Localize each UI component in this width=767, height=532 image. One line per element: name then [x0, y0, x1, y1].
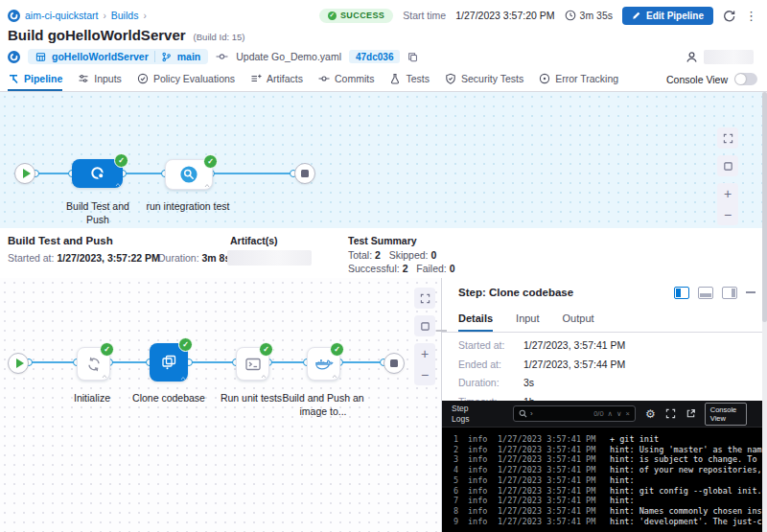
tab-commits[interactable]: Commits: [318, 67, 374, 91]
console-view-label: Console View: [666, 74, 728, 85]
log-settings-gear-icon[interactable]: ⚙: [645, 408, 656, 420]
zoom-in-button[interactable]: +: [724, 187, 732, 200]
expand-glyph-icon: [115, 182, 121, 187]
fullscreen-button[interactable]: [414, 288, 435, 309]
artifacts-icon: [250, 73, 262, 84]
fullscreen-button[interactable]: [717, 127, 738, 149]
log-line: 8info1/27/2023 3:57:41 PMhint: Names com…: [442, 506, 767, 517]
tab-inputs[interactable]: Inputs: [78, 67, 122, 91]
layout-right-split-icon[interactable]: [722, 287, 737, 299]
breadcrumb-builds[interactable]: Builds: [111, 10, 139, 21]
policy-check-icon: [137, 73, 149, 84]
stage-node-label: Build Test and Push: [54, 199, 142, 226]
play-icon: [16, 359, 24, 368]
breadcrumb-project[interactable]: aim-ci-quickstart: [25, 10, 98, 21]
field-row: Duration:3s: [458, 377, 625, 388]
step-node-label: Build and Push an image to...: [279, 391, 367, 418]
search-close-icon[interactable]: ×: [626, 409, 630, 418]
expand-glyph-icon: [204, 183, 210, 188]
tab-label: Policy Evaluations: [153, 73, 235, 84]
tab-input[interactable]: Input: [516, 307, 539, 332]
step-node-run-unit-tests[interactable]: ✓: [236, 347, 269, 381]
step-node-clone-codebase[interactable]: ✓: [150, 343, 188, 382]
layout-bottom-drawer-icon[interactable]: [698, 287, 713, 299]
edit-pipeline-button[interactable]: Edit Pipeline: [622, 7, 713, 25]
commit-sha-chip[interactable]: 47dc036: [349, 50, 400, 63]
zoom-out-button[interactable]: −: [421, 368, 429, 382]
repo-name: goHelloWorldServer: [52, 51, 149, 62]
harness-logo-icon: [8, 10, 20, 22]
success-check-icon: ✓: [100, 342, 114, 357]
scrollbar-thumb[interactable]: [762, 92, 767, 322]
header-row: aim-ci-quickstart › Builds › ✓ SUCCESS S…: [8, 6, 757, 25]
console-view-button[interactable]: Console View: [705, 403, 747, 426]
stage-node-build-test-and-push[interactable]: ✓: [72, 159, 123, 188]
copy-icon[interactable]: [407, 52, 418, 62]
expand-glyph-icon: [261, 374, 267, 379]
log-line: 9info1/27/2023 3:57:41 PMhint: 'developm…: [442, 517, 767, 527]
steps-end-node[interactable]: [384, 353, 405, 374]
stage-node-run-integration-test[interactable]: ✓: [165, 159, 213, 190]
harness-logo-icon: [8, 51, 20, 63]
stage-started-at: Started at: 1/27/2023, 3:57:22 PM: [8, 252, 160, 264]
pipeline-start-node[interactable]: [14, 163, 35, 184]
elapsed-value: 3m 35s: [580, 10, 613, 21]
fit-view-button[interactable]: [717, 155, 738, 176]
tab-artifacts[interactable]: Artifacts: [250, 67, 303, 91]
build-page: aim-ci-quickstart › Builds › ✓ SUCCESS S…: [0, 0, 767, 532]
tab-label: Artifacts: [267, 73, 303, 84]
repo-branch-chip[interactable]: goHelloWorldServer main: [28, 49, 208, 64]
tab-output[interactable]: Output: [563, 307, 594, 332]
tab-tests[interactable]: Tests: [389, 67, 430, 91]
search-icon: [519, 409, 527, 418]
tab-policy-evaluations[interactable]: Policy Evaluations: [137, 67, 235, 91]
layout-right-drawer-icon[interactable]: [674, 287, 689, 299]
tab-label: Tests: [406, 73, 430, 84]
success-check-icon: ✓: [328, 12, 337, 20]
step-node-initialize[interactable]: ✓: [77, 347, 110, 381]
refresh-icon[interactable]: [723, 10, 735, 22]
log-line: 3info1/27/2023 3:57:41 PMhint: is subjec…: [442, 454, 767, 465]
log-search-input[interactable]: › 0/0 ∧ ∨ ×: [513, 405, 636, 422]
search-next-icon[interactable]: ∨: [616, 409, 622, 418]
pipeline-end-node[interactable]: [294, 163, 315, 184]
commit-row: goHelloWorldServer main Update Go_Demo.y…: [8, 48, 757, 65]
steps-start-node[interactable]: [8, 353, 29, 374]
search-prev-icon[interactable]: ∧: [608, 409, 614, 418]
stage-details-bar: Build Test and Push Started at: 1/27/202…: [0, 228, 767, 279]
panel-resize-handle[interactable]: [436, 330, 447, 332]
stage-node-label: run integration test: [145, 199, 231, 213]
console-header: Step Logs › 0/0 ∧ ∨ × ⚙ Console View: [442, 401, 767, 428]
tab-details[interactable]: Details: [458, 307, 493, 332]
tab-error-tracking[interactable]: Error Tracking: [539, 67, 618, 91]
header-actions: ✓ SUCCESS Start time 1/27/2023 3:57:20 P…: [319, 7, 757, 25]
pencil-icon: [632, 11, 641, 20]
stage-graph-canvas: ✓ Build Test and Push ✓ run integration …: [0, 92, 767, 228]
step-panel-title: Step: Clone codebase: [458, 287, 573, 298]
tab-pipeline[interactable]: Pipeline: [8, 67, 62, 91]
open-external-icon[interactable]: [686, 408, 696, 419]
log-line: 4info1/27/2023 3:57:41 PMhint: of your n…: [442, 465, 767, 475]
minimize-panel-icon[interactable]: [746, 291, 755, 293]
step-node-build-and-push[interactable]: ✓: [307, 347, 340, 381]
commit-message[interactable]: Update Go_Demo.yaml: [236, 51, 341, 62]
log-fullscreen-icon[interactable]: [665, 408, 676, 419]
test-summary-line2: Successful: 2 Failed: 0: [348, 263, 455, 274]
pipeline-icon: [8, 73, 19, 84]
breadcrumb-separator-icon: ›: [143, 11, 146, 21]
success-check-icon: ✓: [114, 153, 128, 168]
ci-stage-icon: [89, 165, 106, 182]
log-line: 6info1/27/2023 3:57:41 PMhint: git confi…: [442, 486, 767, 497]
more-options-icon[interactable]: ⋮: [745, 10, 757, 22]
console-view-switch: Console View: [666, 67, 757, 91]
tab-security-tests[interactable]: Security Tests: [445, 67, 523, 91]
page-scrollbar[interactable]: [762, 92, 767, 532]
zoom-in-button[interactable]: +: [421, 347, 429, 360]
console-view-toggle[interactable]: [734, 73, 757, 85]
log-line: 1info1/27/2023 3:57:41 PM+ git init: [442, 434, 767, 445]
fit-view-button[interactable]: [414, 315, 435, 336]
elapsed-time: 3m 35s: [565, 10, 613, 21]
zoom-out-button[interactable]: −: [724, 208, 732, 221]
start-time-label: Start time: [403, 10, 446, 21]
chip-divider: [154, 51, 155, 62]
